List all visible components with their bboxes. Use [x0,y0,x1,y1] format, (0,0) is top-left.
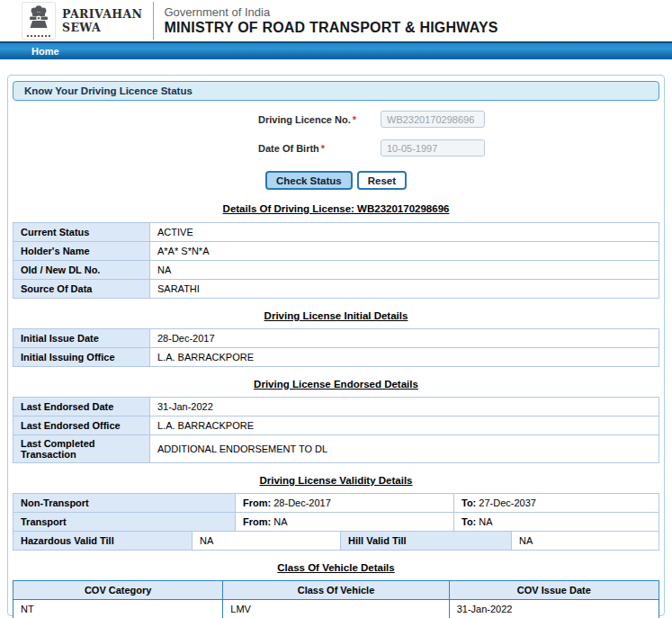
table-row: Transport From: NA To: NA [13,513,659,532]
brand-line1: PARIVAHAN [62,7,142,21]
row-value: ADDITIONAL ENDORSEMENT TO DL [150,435,659,463]
cov-issue-date-cell: 31-Jan-2022 [449,600,659,618]
to-label: To: [461,516,476,527]
status-table: Current Status ACTIVE Holder's Name A*A*… [13,222,659,299]
table-row: Last Endorsed Date 31-Jan-2022 [13,398,659,416]
row-value: 31-Jan-2022 [150,398,659,416]
endorsed-details-table: Last Endorsed Date 31-Jan-2022 Last Endo… [13,397,659,463]
row-label: Last Endorsed Office [13,416,150,435]
dl-number-label: Driving Licence No.* [258,114,381,125]
row-label: Non-Transport [13,494,236,513]
to-label: To: [461,497,476,508]
endorsed-details-heading: Driving License Endorsed Details [13,379,659,390]
row-label: Initial Issue Date [13,329,150,348]
form-buttons: Check Status Reset [13,171,659,190]
hazardous-value: NA [193,532,341,551]
main-navbar: Home [0,41,672,59]
required-asterisk: * [353,114,356,125]
header-divider [153,2,154,40]
table-row: NT LMV 31-Jan-2022 [13,600,659,618]
table-row: Last Completed Transaction ADDITIONAL EN… [13,435,659,463]
row-label: Initial Issuing Office [13,348,150,367]
initial-details-table: Initial Issue Date 28-Dec-2017 Initial I… [13,328,659,367]
dob-input[interactable] [381,139,485,157]
hazardous-label: Hazardous Valid Till [13,532,193,551]
cov-heading: Class Of Vehicle Details [13,562,659,573]
row-label: Holder's Name [13,242,150,261]
table-row: Last Endorsed Office L.A. BARRACKPORE [13,416,659,435]
to-value: NA [479,516,492,527]
reset-button[interactable]: Reset [357,171,407,190]
cov-class-cell: LMV [223,600,449,618]
from-cell: From: 28-Dec-2017 [236,494,454,513]
row-label: Transport [13,513,236,532]
cov-table: COV Category Class Of Vehicle COV Issue … [13,580,659,618]
table-row: Hazardous Valid Till NA Hill Valid Till … [13,532,659,551]
ashoka-emblem-icon [22,2,56,40]
table-row: Initial Issuing Office L.A. BARRACKPORE [13,348,659,367]
row-label: Last Endorsed Date [13,398,150,416]
nav-home-link[interactable]: Home [31,46,59,57]
government-of-india-label: Government of India [164,5,497,20]
dob-row: Date Of Birth* [13,139,659,157]
to-cell: To: 27-Dec-2037 [454,494,659,513]
main-content-panel: Know Your Driving Licence Status Driving… [7,75,665,616]
page-title: Know Your Driving Licence Status [13,81,659,101]
class-of-vehicle-header: Class Of Vehicle [223,581,449,600]
row-label: Last Completed Transaction [13,435,150,463]
table-row: Current Status ACTIVE [13,223,659,242]
hill-value: NA [512,532,659,551]
row-label: Current Status [13,223,150,242]
details-heading: Details Of Driving License: WB2320170298… [13,203,659,214]
validity-table: Non-Transport From: 28-Dec-2017 To: 27-D… [13,493,659,532]
satyameva-jayate-motto [27,34,50,37]
from-cell: From: NA [236,513,454,532]
ministry-title: MINISTRY OF ROAD TRANSPORT & HIGHWAYS [164,20,497,36]
parivahan-sewa-logo-text: PARIVAHAN SEWA [62,7,142,34]
cov-category-cell: NT [13,600,223,618]
row-label: Source Of Data [13,280,150,299]
brand-line2: SEWA [62,21,142,34]
validity-details-heading: Driving License Validity Details [13,475,659,486]
dl-number-input[interactable] [381,111,485,128]
check-status-button[interactable]: Check Status [265,171,353,190]
required-asterisk: * [321,143,325,154]
to-value: 27-Dec-2037 [479,497,536,508]
row-value: 28-Dec-2017 [150,329,659,348]
from-label: From: [243,516,271,527]
validity-table-extra: Hazardous Valid Till NA Hill Valid Till … [13,531,659,551]
table-row: Initial Issue Date 28-Dec-2017 [13,329,659,348]
table-row: Holder's Name A*A* S*N*A [13,242,659,261]
row-value: ACTIVE [150,223,659,242]
row-value: NA [150,261,659,280]
hill-label: Hill Valid Till [341,532,512,551]
table-row: Source Of Data SARATHI [13,280,659,299]
dl-status-form: Driving Licence No.* Date Of Birth* Chec… [13,101,659,190]
table-row: Old / New DL No. NA [13,261,659,280]
row-value: SARATHI [150,280,659,299]
initial-details-heading: Driving License Initial Details [13,310,659,321]
dob-label-text: Date Of Birth [258,143,319,154]
from-value: 28-Dec-2017 [273,497,331,508]
dob-label: Date Of Birth* [258,143,381,154]
from-value: NA [273,516,287,527]
row-value: L.A. BARRACKPORE [150,416,659,435]
row-label: Old / New DL No. [13,261,150,280]
table-row: Non-Transport From: 28-Dec-2017 To: 27-D… [13,494,659,513]
dl-number-row: Driving Licence No.* [13,111,659,128]
from-label: From: [243,497,271,508]
cov-issue-date-header: COV Issue Date [449,581,659,600]
dl-number-label-text: Driving Licence No. [258,114,351,125]
cov-category-header: COV Category [13,581,223,600]
row-value: A*A* S*N*A [150,242,659,261]
ministry-block: Government of India MINISTRY OF ROAD TRA… [164,5,497,36]
site-header: PARIVAHAN SEWA Government of India MINIS… [0,0,672,41]
row-value: L.A. BARRACKPORE [150,348,659,367]
cov-header-row: COV Category Class Of Vehicle COV Issue … [13,581,659,600]
to-cell: To: NA [454,513,659,532]
